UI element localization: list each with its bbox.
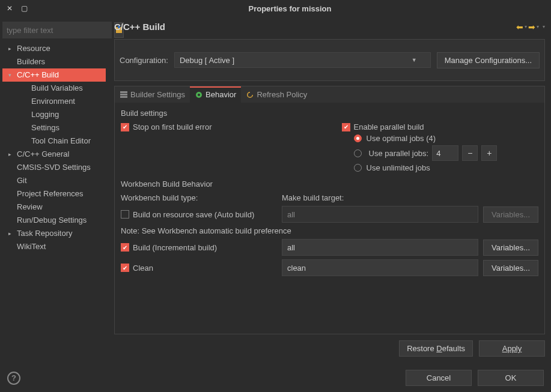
tree-item[interactable]: WikiText	[2, 240, 106, 253]
decrement-button[interactable]: −	[462, 145, 478, 161]
builder-settings-icon	[120, 91, 128, 99]
tree-item-label: Task Repository	[17, 227, 72, 240]
tree-item-label: Resource	[17, 42, 50, 55]
tree-item-label: C/C++ General	[17, 148, 69, 161]
auto-build-checkbox[interactable]: Build on resource save (Auto build)	[121, 210, 277, 219]
tab-content: Build settings ✔ Stop on first build err…	[114, 103, 545, 334]
tree-item-label: WikiText	[17, 240, 46, 253]
tree-item-label: Settings	[31, 121, 59, 134]
maximize-icon[interactable]: ▢	[19, 4, 29, 13]
tree-item[interactable]: ▸C/C++ General	[2, 148, 106, 161]
tree-item[interactable]: Settings	[2, 121, 106, 134]
tree-twisty-icon: ▾	[8, 68, 14, 82]
incremental-build-label: Build (Incremental build)	[133, 243, 217, 252]
tab-refresh-policy[interactable]: Refresh Policy	[241, 86, 312, 103]
tree-twisty-icon: ▸	[8, 42, 14, 55]
radio-checked-icon	[354, 134, 362, 142]
restore-defaults-button[interactable]: Restore Defaults	[399, 340, 473, 357]
tree-item[interactable]: ▾C/C++ Build	[2, 68, 106, 82]
optimal-jobs-radio[interactable]: Use optimal jobs (4)	[342, 134, 539, 143]
tree-item-label: Builders	[17, 55, 45, 68]
nav-forward-menu-icon[interactable]: ▾	[537, 24, 539, 29]
page-title: C/C++ Build	[114, 22, 165, 32]
svg-rect-3	[120, 94, 127, 95]
tree-twisty-icon: ▸	[8, 148, 14, 161]
filter-input[interactable]	[2, 22, 112, 38]
tree-item-label: CMSIS-SVD Settings	[17, 161, 91, 174]
tab-builder-settings-label: Builder Settings	[130, 90, 185, 99]
parallel-jobs-radio[interactable]: Use parallel jobs: 4 − +	[342, 145, 539, 161]
make-target-label: Make build target:	[282, 193, 478, 202]
close-icon[interactable]: ✕	[5, 4, 14, 13]
clean-target-input[interactable]	[282, 259, 478, 276]
checkbox-checked-icon: ✔	[121, 243, 129, 252]
increment-button[interactable]: +	[481, 145, 497, 161]
tab-behavior[interactable]: Behavior	[190, 86, 241, 103]
tree-item[interactable]: Build Variables	[2, 82, 106, 95]
tree-twisty-icon: ▸	[8, 227, 14, 240]
parallel-jobs-label: Use parallel jobs:	[369, 149, 429, 158]
optimal-jobs-label: Use optimal jobs (4)	[367, 134, 436, 143]
configuration-bar: Configuration: Debug [ Active ] ▼ Manage…	[114, 39, 545, 81]
checkbox-checked-icon: ✔	[342, 123, 350, 131]
configuration-select[interactable]: Debug [ Active ] ▼	[174, 52, 431, 68]
cancel-button[interactable]: Cancel	[406, 370, 472, 386]
stop-on-error-label: Stop on first build error	[133, 122, 212, 131]
tab-behavior-label: Behavior	[205, 90, 236, 99]
tree-item[interactable]: Run/Debug Settings	[2, 214, 106, 227]
tree-item[interactable]: Environment	[2, 95, 106, 108]
auto-build-target-input	[282, 206, 478, 223]
tree-item-label: Review	[17, 201, 43, 214]
apply-button[interactable]: Apply	[479, 340, 545, 357]
checkbox-unchecked-icon	[121, 210, 129, 219]
gear-icon	[195, 91, 203, 99]
auto-build-label: Build on resource save (Auto build)	[133, 210, 254, 219]
tree-item[interactable]: CMSIS-SVD Settings	[2, 161, 106, 174]
clean-checkbox[interactable]: ✔ Clean	[121, 264, 277, 273]
incremental-target-input[interactable]	[282, 239, 478, 256]
nav-arrows: ⬅ ▾ ➡ ▾ ▾	[516, 22, 545, 32]
checkbox-checked-icon: ✔	[121, 264, 129, 272]
tree-item[interactable]: ▸Resource	[2, 42, 106, 55]
window-title: Properties for mission	[34, 4, 546, 13]
stop-on-error-checkbox[interactable]: ✔ Stop on first build error	[121, 122, 318, 131]
tab-bar: Builder Settings Behavior Refresh Policy	[114, 86, 545, 103]
unlimited-jobs-radio[interactable]: Use unlimited jobs	[342, 163, 539, 172]
nav-back-icon[interactable]: ⬅	[516, 22, 523, 32]
tree-item[interactable]: Logging	[2, 108, 106, 121]
help-icon[interactable]: ?	[7, 372, 20, 385]
enable-parallel-checkbox[interactable]: ✔ Enable parallel build	[342, 122, 539, 131]
unlimited-jobs-label: Use unlimited jobs	[367, 163, 430, 172]
tree-item[interactable]: Project References	[2, 187, 106, 201]
refresh-icon	[246, 91, 254, 99]
nav-back-menu-icon[interactable]: ▾	[525, 24, 527, 29]
parallel-jobs-value[interactable]: 4	[432, 145, 458, 161]
tree-item[interactable]: Tool Chain Editor	[2, 134, 106, 148]
ok-button[interactable]: OK	[478, 370, 544, 386]
sidebar: ▸ResourceBuilders▾C/C++ BuildBuild Varia…	[0, 17, 108, 366]
manage-configurations-button[interactable]: Manage Configurations...	[437, 52, 540, 68]
tree-item[interactable]: ▸Task Repository	[2, 227, 106, 240]
tree-item-label: Run/Debug Settings	[17, 214, 87, 227]
build-settings-title: Build settings	[121, 109, 538, 118]
svg-rect-4	[120, 96, 127, 98]
tree-item-label: Tool Chain Editor	[31, 134, 91, 148]
tree-item[interactable]: Builders	[2, 55, 106, 68]
tree-item-label: Logging	[31, 108, 59, 121]
tab-builder-settings[interactable]: Builder Settings	[115, 86, 190, 103]
nav-tree[interactable]: ▸ResourceBuilders▾C/C++ BuildBuild Varia…	[2, 42, 106, 361]
clean-variables-button[interactable]: Variables...	[483, 260, 538, 276]
nav-forward-icon[interactable]: ➡	[528, 22, 535, 32]
auto-build-variables-button: Variables...	[483, 207, 538, 223]
tab-refresh-policy-label: Refresh Policy	[257, 90, 307, 99]
incremental-variables-button[interactable]: Variables...	[483, 240, 538, 256]
incremental-build-checkbox[interactable]: ✔ Build (Incremental build)	[121, 243, 277, 252]
tree-item[interactable]: Review	[2, 201, 106, 214]
tree-item-label: Project References	[17, 187, 84, 201]
tree-item-label: Git	[17, 174, 27, 187]
nav-menu-icon[interactable]: ▾	[543, 24, 545, 29]
tree-item[interactable]: Git	[2, 174, 106, 187]
radio-unchecked-icon	[354, 164, 362, 172]
content-panel: C/C++ Build ⬅ ▾ ➡ ▾ ▾ Configuration: Deb…	[108, 17, 551, 366]
titlebar: ✕ ▢ Properties for mission	[0, 0, 551, 17]
